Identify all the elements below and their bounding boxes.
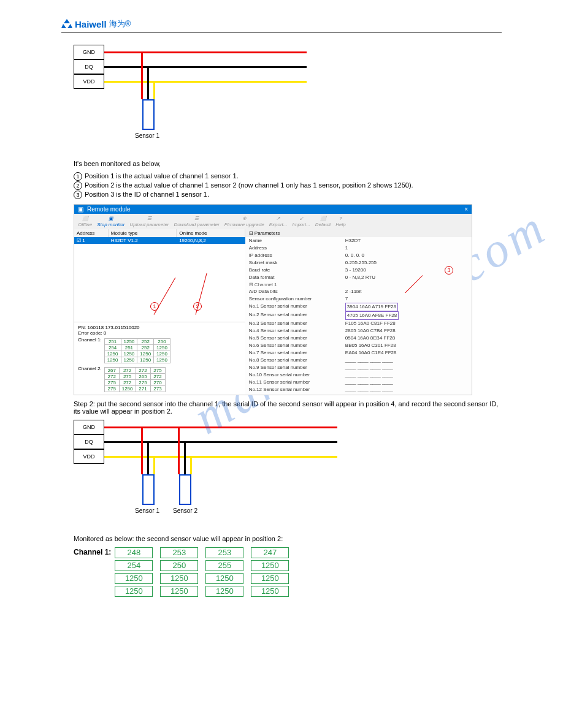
paragraph-3: Monitored as below: the second sensor va… — [74, 535, 502, 542]
wiring-diagram-1: GND DQ VDD Sensor 1 — [74, 45, 502, 155]
paragraph-2: Step 2: put the second sensor into the c… — [74, 400, 502, 415]
brand-text: Haiwell — [75, 19, 107, 29]
list-item-2: 2Position 2 is the actual value of chann… — [74, 181, 502, 190]
close-icon[interactable]: × — [464, 206, 468, 213]
download-icon[interactable]: ☰ — [194, 216, 199, 221]
upload-icon[interactable]: ☰ — [147, 216, 151, 221]
import-icon[interactable]: ↙ — [299, 216, 304, 221]
port-vdd: VDD — [74, 74, 104, 89]
wiring-diagram-2: GND DQ VDD Sensor 1 Sensor 2 — [74, 420, 502, 530]
marker-1: 1 — [150, 302, 159, 311]
brand-text-cn: 海为® — [109, 18, 131, 29]
ch2-table: 2672722722752722752652722752722752702751… — [104, 367, 166, 392]
marker-3: 3 — [445, 266, 453, 275]
window-title: Remote module — [87, 206, 131, 213]
offline-icon[interactable]: ⬜ — [82, 216, 88, 221]
ch1-table: 2511250252250254251252125012501250125012… — [104, 338, 170, 363]
port-gnd-2: GND — [74, 420, 104, 434]
stop-monitor-icon[interactable]: ▣ — [109, 216, 113, 221]
window-icon: ▣ — [78, 206, 83, 213]
help-icon[interactable]: ? — [339, 216, 342, 221]
port-vdd-2: VDD — [74, 449, 104, 464]
marker-2: 2 — [193, 302, 202, 311]
paragraph-1: It's been monitored as below, — [74, 160, 502, 167]
export-icon[interactable]: ↗ — [276, 216, 280, 221]
firmware-icon[interactable]: ※ — [242, 216, 247, 221]
logo-icon — [61, 19, 72, 29]
remote-module-window: ▣ Remote module × ⬜Offline ▣Stop monitor… — [74, 204, 472, 395]
module-row[interactable]: ☑ 1 H32DT V1.2 19200,N,8,2 — [74, 237, 245, 244]
port-gnd: GND — [74, 45, 104, 59]
list-item-3: 3Position 3 is the ID of channel 1 senso… — [74, 191, 502, 199]
page-header: Haiwell 海为® — [61, 18, 502, 32]
port-dq: DQ — [74, 59, 104, 74]
list-item-1: 1Position 1 is the actual value of chann… — [74, 172, 502, 181]
result-table-channel-1: Channel 1: 248253253247 2542502551250 12… — [74, 547, 502, 597]
sensor-1-label: Sensor 1 — [135, 132, 159, 139]
port-dq-2: DQ — [74, 434, 104, 449]
default-icon[interactable]: ⬜ — [320, 216, 326, 221]
